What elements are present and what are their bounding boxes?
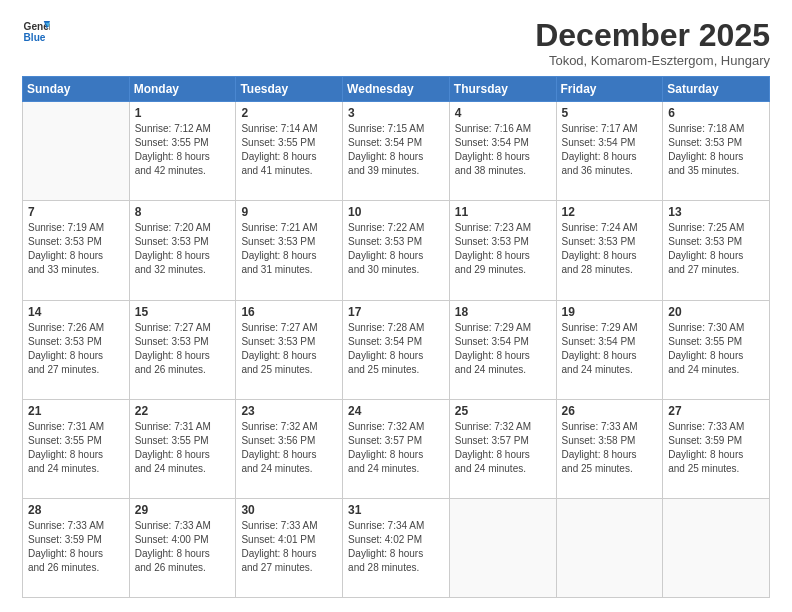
logo: General Blue (22, 18, 50, 46)
day-info: Sunrise: 7:32 AMSunset: 3:57 PMDaylight:… (455, 420, 551, 476)
day-info: Sunrise: 7:28 AMSunset: 3:54 PMDaylight:… (348, 321, 444, 377)
table-row: 17Sunrise: 7:28 AMSunset: 3:54 PMDayligh… (343, 300, 450, 399)
day-info: Sunrise: 7:22 AMSunset: 3:53 PMDaylight:… (348, 221, 444, 277)
table-row: 5Sunrise: 7:17 AMSunset: 3:54 PMDaylight… (556, 102, 663, 201)
subtitle: Tokod, Komarom-Esztergom, Hungary (535, 53, 770, 68)
table-row: 20Sunrise: 7:30 AMSunset: 3:55 PMDayligh… (663, 300, 770, 399)
title-block: December 2025 Tokod, Komarom-Esztergom, … (535, 18, 770, 68)
table-row: 22Sunrise: 7:31 AMSunset: 3:55 PMDayligh… (129, 399, 236, 498)
day-info: Sunrise: 7:23 AMSunset: 3:53 PMDaylight:… (455, 221, 551, 277)
header: General Blue December 2025 Tokod, Komaro… (22, 18, 770, 68)
table-row: 11Sunrise: 7:23 AMSunset: 3:53 PMDayligh… (449, 201, 556, 300)
header-row: Sunday Monday Tuesday Wednesday Thursday… (23, 77, 770, 102)
day-number: 16 (241, 305, 337, 319)
day-number: 4 (455, 106, 551, 120)
col-thursday: Thursday (449, 77, 556, 102)
week-row-4: 28Sunrise: 7:33 AMSunset: 3:59 PMDayligh… (23, 498, 770, 597)
table-row: 24Sunrise: 7:32 AMSunset: 3:57 PMDayligh… (343, 399, 450, 498)
table-row: 10Sunrise: 7:22 AMSunset: 3:53 PMDayligh… (343, 201, 450, 300)
table-row (556, 498, 663, 597)
day-info: Sunrise: 7:31 AMSunset: 3:55 PMDaylight:… (135, 420, 231, 476)
col-wednesday: Wednesday (343, 77, 450, 102)
day-info: Sunrise: 7:26 AMSunset: 3:53 PMDaylight:… (28, 321, 124, 377)
day-info: Sunrise: 7:15 AMSunset: 3:54 PMDaylight:… (348, 122, 444, 178)
day-number: 23 (241, 404, 337, 418)
day-number: 13 (668, 205, 764, 219)
col-saturday: Saturday (663, 77, 770, 102)
day-number: 7 (28, 205, 124, 219)
table-row: 3Sunrise: 7:15 AMSunset: 3:54 PMDaylight… (343, 102, 450, 201)
table-row: 30Sunrise: 7:33 AMSunset: 4:01 PMDayligh… (236, 498, 343, 597)
table-row: 26Sunrise: 7:33 AMSunset: 3:58 PMDayligh… (556, 399, 663, 498)
page: General Blue December 2025 Tokod, Komaro… (0, 0, 792, 612)
day-info: Sunrise: 7:27 AMSunset: 3:53 PMDaylight:… (135, 321, 231, 377)
day-number: 5 (562, 106, 658, 120)
week-row-3: 21Sunrise: 7:31 AMSunset: 3:55 PMDayligh… (23, 399, 770, 498)
table-row: 19Sunrise: 7:29 AMSunset: 3:54 PMDayligh… (556, 300, 663, 399)
table-row (23, 102, 130, 201)
day-number: 14 (28, 305, 124, 319)
table-row: 9Sunrise: 7:21 AMSunset: 3:53 PMDaylight… (236, 201, 343, 300)
day-info: Sunrise: 7:32 AMSunset: 3:56 PMDaylight:… (241, 420, 337, 476)
table-row: 6Sunrise: 7:18 AMSunset: 3:53 PMDaylight… (663, 102, 770, 201)
day-info: Sunrise: 7:33 AMSunset: 4:01 PMDaylight:… (241, 519, 337, 575)
table-row: 7Sunrise: 7:19 AMSunset: 3:53 PMDaylight… (23, 201, 130, 300)
day-number: 1 (135, 106, 231, 120)
day-number: 9 (241, 205, 337, 219)
day-info: Sunrise: 7:33 AMSunset: 4:00 PMDaylight:… (135, 519, 231, 575)
table-row (663, 498, 770, 597)
table-row: 2Sunrise: 7:14 AMSunset: 3:55 PMDaylight… (236, 102, 343, 201)
day-number: 27 (668, 404, 764, 418)
table-row: 4Sunrise: 7:16 AMSunset: 3:54 PMDaylight… (449, 102, 556, 201)
day-number: 22 (135, 404, 231, 418)
table-row: 28Sunrise: 7:33 AMSunset: 3:59 PMDayligh… (23, 498, 130, 597)
day-number: 31 (348, 503, 444, 517)
day-number: 26 (562, 404, 658, 418)
day-number: 21 (28, 404, 124, 418)
day-info: Sunrise: 7:16 AMSunset: 3:54 PMDaylight:… (455, 122, 551, 178)
day-info: Sunrise: 7:29 AMSunset: 3:54 PMDaylight:… (562, 321, 658, 377)
day-number: 30 (241, 503, 337, 517)
day-info: Sunrise: 7:27 AMSunset: 3:53 PMDaylight:… (241, 321, 337, 377)
day-number: 10 (348, 205, 444, 219)
day-number: 11 (455, 205, 551, 219)
day-info: Sunrise: 7:18 AMSunset: 3:53 PMDaylight:… (668, 122, 764, 178)
day-number: 25 (455, 404, 551, 418)
day-info: Sunrise: 7:14 AMSunset: 3:55 PMDaylight:… (241, 122, 337, 178)
day-number: 8 (135, 205, 231, 219)
day-number: 18 (455, 305, 551, 319)
table-row: 1Sunrise: 7:12 AMSunset: 3:55 PMDaylight… (129, 102, 236, 201)
week-row-1: 7Sunrise: 7:19 AMSunset: 3:53 PMDaylight… (23, 201, 770, 300)
table-row: 25Sunrise: 7:32 AMSunset: 3:57 PMDayligh… (449, 399, 556, 498)
day-number: 17 (348, 305, 444, 319)
table-row: 15Sunrise: 7:27 AMSunset: 3:53 PMDayligh… (129, 300, 236, 399)
day-info: Sunrise: 7:32 AMSunset: 3:57 PMDaylight:… (348, 420, 444, 476)
day-info: Sunrise: 7:19 AMSunset: 3:53 PMDaylight:… (28, 221, 124, 277)
col-friday: Friday (556, 77, 663, 102)
day-info: Sunrise: 7:20 AMSunset: 3:53 PMDaylight:… (135, 221, 231, 277)
table-row (449, 498, 556, 597)
day-info: Sunrise: 7:21 AMSunset: 3:53 PMDaylight:… (241, 221, 337, 277)
col-sunday: Sunday (23, 77, 130, 102)
col-monday: Monday (129, 77, 236, 102)
table-row: 14Sunrise: 7:26 AMSunset: 3:53 PMDayligh… (23, 300, 130, 399)
day-info: Sunrise: 7:34 AMSunset: 4:02 PMDaylight:… (348, 519, 444, 575)
day-number: 2 (241, 106, 337, 120)
day-info: Sunrise: 7:24 AMSunset: 3:53 PMDaylight:… (562, 221, 658, 277)
day-info: Sunrise: 7:33 AMSunset: 3:58 PMDaylight:… (562, 420, 658, 476)
day-number: 12 (562, 205, 658, 219)
table-row: 12Sunrise: 7:24 AMSunset: 3:53 PMDayligh… (556, 201, 663, 300)
day-number: 20 (668, 305, 764, 319)
day-info: Sunrise: 7:17 AMSunset: 3:54 PMDaylight:… (562, 122, 658, 178)
day-number: 24 (348, 404, 444, 418)
svg-text:Blue: Blue (24, 32, 46, 43)
day-number: 19 (562, 305, 658, 319)
day-info: Sunrise: 7:33 AMSunset: 3:59 PMDaylight:… (28, 519, 124, 575)
table-row: 31Sunrise: 7:34 AMSunset: 4:02 PMDayligh… (343, 498, 450, 597)
day-info: Sunrise: 7:25 AMSunset: 3:53 PMDaylight:… (668, 221, 764, 277)
table-row: 23Sunrise: 7:32 AMSunset: 3:56 PMDayligh… (236, 399, 343, 498)
week-row-0: 1Sunrise: 7:12 AMSunset: 3:55 PMDaylight… (23, 102, 770, 201)
table-row: 18Sunrise: 7:29 AMSunset: 3:54 PMDayligh… (449, 300, 556, 399)
table-row: 29Sunrise: 7:33 AMSunset: 4:00 PMDayligh… (129, 498, 236, 597)
day-number: 6 (668, 106, 764, 120)
